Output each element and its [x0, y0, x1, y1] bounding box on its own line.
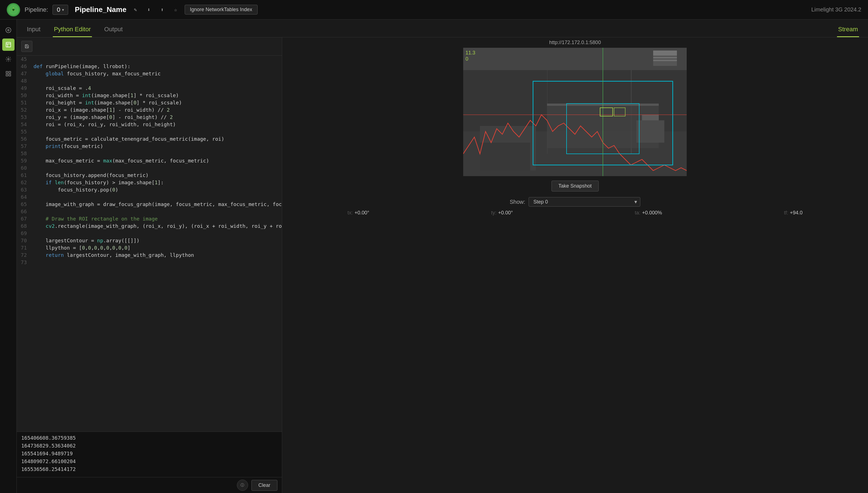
ty-value: +0.00°	[498, 210, 513, 216]
svg-point-2	[12, 9, 15, 11]
tab-input[interactable]: Input	[26, 20, 42, 37]
code-line: 58	[17, 150, 282, 157]
svg-rect-9	[6, 71, 7, 73]
console-output: 165406608.36759385164736829.536340621655…	[17, 432, 282, 477]
metric-ta: ta: +0.000%	[635, 210, 662, 216]
svg-rect-11	[6, 74, 7, 76]
metric-tf: tf: +94.0	[784, 210, 803, 216]
tab-python-editor[interactable]: Python Editor	[53, 20, 92, 37]
main-area: Input Python Editor Output Stream 4546de…	[17, 20, 868, 493]
svg-rect-26	[653, 50, 677, 56]
tx-label: tx:	[348, 210, 353, 216]
code-line: 64	[17, 193, 282, 201]
download-icon[interactable]: ⬇	[144, 5, 153, 14]
star-icon[interactable]: ☆	[171, 5, 180, 14]
save-code-button[interactable]	[21, 41, 33, 52]
code-line: 49 roi_scsale = .4	[17, 85, 282, 92]
code-line: 52 roi_x = (image.shape[1] - roi_width) …	[17, 106, 282, 114]
code-editor[interactable]: 4546def runPipeline(image, llrobot):47 g…	[17, 56, 282, 432]
camera-feed: 11.3 0	[463, 48, 687, 176]
code-line: 65 image_with_graph = draw_focus_graph(i…	[17, 201, 282, 208]
pipeline-number-selector[interactable]: 0 ▾	[53, 5, 68, 15]
cam-label-fps: 11.3	[466, 50, 475, 56]
svg-rect-30	[653, 60, 677, 61]
right-panel: http://172.172.0.1:5800	[282, 37, 868, 493]
tab-bar: Input Python Editor Output Stream	[17, 20, 868, 37]
metric-tx: tx: +0.00°	[348, 210, 369, 216]
svg-rect-23	[636, 120, 664, 143]
topbar: Pipeline: 0 ▾ Pipeline_Name ✎ ⬇ ⬆ ☆ Igno…	[0, 0, 868, 20]
clear-console-button[interactable]: Clear	[251, 480, 277, 491]
svg-rect-12	[9, 74, 11, 76]
code-line: 61 focus_history.append(focus_metric)	[17, 172, 282, 179]
app-logo	[7, 3, 20, 17]
code-line: 48	[17, 77, 282, 85]
camera-view: 11.3 0	[463, 48, 687, 176]
code-line: 51 roi_height = int(image.shape[0] * roi…	[17, 99, 282, 106]
svg-rect-28	[653, 57, 677, 58]
step-select[interactable]: Step 0	[529, 197, 640, 207]
code-line: 54 roi = (roi_x, roi_y, roi_width, roi_h…	[17, 121, 282, 128]
code-line: 50 roi_width = int(image.shape[1] * roi_…	[17, 92, 282, 99]
svg-point-3	[5, 28, 11, 33]
svg-point-8	[7, 58, 9, 60]
code-line: 46def runPipeline(image, llrobot):	[17, 63, 282, 70]
code-line: 62 if len(focus_history) > image.shape[1…	[17, 179, 282, 186]
tab-stream[interactable]: Stream	[837, 20, 859, 37]
code-line: 56 focus_metric = calculate_tenengrad_fo…	[17, 135, 282, 143]
svg-rect-20	[480, 143, 530, 171]
svg-rect-24	[642, 115, 659, 120]
code-line: 60	[17, 165, 282, 172]
console-info-button[interactable]: ⓘ	[237, 479, 248, 491]
code-line: 66	[17, 208, 282, 215]
code-line: 69	[17, 230, 282, 237]
sidebar-item-pipeline[interactable]	[2, 39, 15, 51]
snapshot-button[interactable]: Take Snapshot	[552, 180, 599, 192]
upload-icon[interactable]: ⬆	[158, 5, 167, 14]
console-line: 164736829.53634062	[21, 442, 277, 450]
code-line: 47 global focus_history, max_focus_metri…	[17, 70, 282, 77]
tf-value: +94.0	[790, 210, 803, 216]
code-toolbar	[17, 37, 282, 56]
tx-value: +0.00°	[354, 210, 369, 216]
console-footer: ⓘ Clear	[17, 477, 282, 493]
code-line: 55	[17, 128, 282, 135]
svg-rect-27	[653, 56, 677, 57]
code-line: 57 print(focus_metric)	[17, 143, 282, 150]
metric-ty: ty: +0.00°	[491, 210, 513, 216]
content-area: 4546def runPipeline(image, llrobot):47 g…	[17, 37, 868, 493]
metrics-row: tx: +0.00° ty: +0.00° ta: +0.000% tf: +9…	[282, 208, 868, 218]
code-line: 45	[17, 56, 282, 63]
code-line: 67 # Draw the ROI rectangle on the image	[17, 215, 282, 222]
code-line: 68 cv2.rectangle(image_with_graph, (roi_…	[17, 222, 282, 230]
code-line: 73	[17, 259, 282, 266]
svg-rect-29	[653, 58, 677, 60]
show-label: Show:	[510, 199, 525, 205]
ta-value: +0.000%	[642, 210, 662, 216]
pipeline-name: Pipeline_Name	[75, 5, 127, 14]
sidebar-item-home[interactable]	[2, 24, 15, 36]
left-sidebar	[0, 20, 17, 493]
pipeline-num-value: 0	[57, 6, 60, 14]
tab-output[interactable]: Output	[103, 20, 124, 37]
console-line: 165541694.9489719	[21, 450, 277, 457]
edit-icon[interactable]: ✎	[131, 5, 140, 14]
tf-label: tf:	[784, 210, 788, 216]
console-line: 165406608.36759385	[21, 434, 277, 442]
code-line: 59 max_focus_metric = max(max_focus_metr…	[17, 157, 282, 165]
version-label: Limelight 3G 2024.2	[811, 6, 861, 13]
step-select-wrapper: Step 0 ▾	[529, 197, 640, 207]
console-panel: 165406608.36759385164736829.536340621655…	[17, 432, 282, 493]
pipeline-label: Pipeline:	[25, 6, 48, 14]
code-panel: 4546def runPipeline(image, llrobot):47 g…	[17, 37, 282, 493]
ignore-networktables-button[interactable]: Ignore NetworkTables Index	[185, 5, 257, 15]
svg-rect-10	[9, 71, 11, 73]
console-line: 165536568.25414172	[21, 465, 277, 473]
code-line: 63 focus_history.pop(0)	[17, 186, 282, 193]
svg-point-4	[7, 29, 9, 31]
sidebar-item-settings[interactable]	[2, 53, 15, 65]
ty-label: ty:	[491, 210, 496, 216]
ta-label: ta:	[635, 210, 640, 216]
sidebar-item-grid[interactable]	[2, 68, 15, 80]
svg-rect-5	[6, 42, 11, 47]
